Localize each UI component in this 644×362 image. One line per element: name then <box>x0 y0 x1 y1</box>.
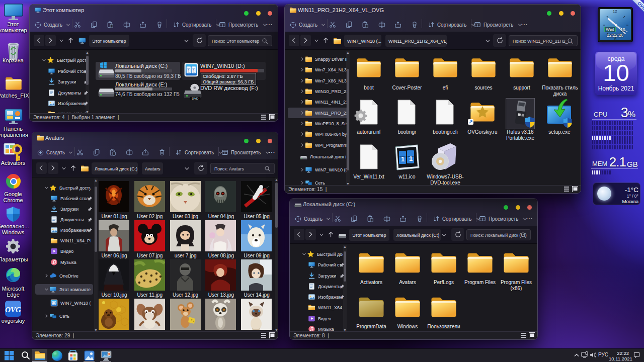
svg-text:OVG: OVG <box>5 306 21 314</box>
svg-text:1: 1 <box>409 155 413 162</box>
svg-text:1: 1 <box>401 155 405 163</box>
